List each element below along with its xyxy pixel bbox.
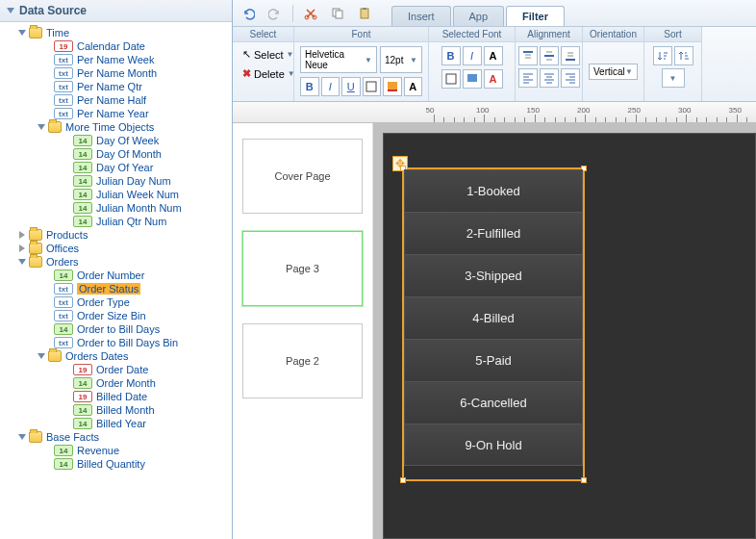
tree-item-label: Julian Qtr Num xyxy=(96,216,166,227)
tree-item[interactable]: 14Revenue xyxy=(0,444,232,457)
tree-item[interactable]: 14Order to Bill Days xyxy=(0,322,232,336)
resize-handle-se[interactable] xyxy=(581,477,587,483)
tree-item[interactable]: 14Order Month xyxy=(0,376,232,390)
sel-border-button[interactable] xyxy=(441,69,461,89)
underline-button[interactable]: U xyxy=(341,77,361,96)
tab-insert[interactable]: Insert xyxy=(391,6,451,26)
tree-item-label: Day Of Week xyxy=(96,135,159,146)
tree-item[interactable]: txtPer Name Qtr xyxy=(0,80,232,93)
tree-item-label: Order Number xyxy=(77,270,144,281)
design-canvas[interactable]: 1-Booked2-Fulfilled3-Shipped4-Billed5-Pa… xyxy=(373,123,756,539)
resize-handle-sw[interactable] xyxy=(400,477,406,483)
sel-font-color-button[interactable]: A xyxy=(484,46,503,65)
folder-icon xyxy=(48,350,62,362)
filter-value-item[interactable]: 6-Cancelled xyxy=(404,381,583,424)
tree-folder[interactable]: More Time Objects xyxy=(0,120,232,134)
filter-list[interactable]: 1-Booked2-Fulfilled3-Shipped4-Billed5-Pa… xyxy=(404,169,583,466)
tree-item[interactable]: 14Billed Quantity xyxy=(0,457,232,471)
cut-button[interactable] xyxy=(301,4,320,23)
tree-folder[interactable]: Offices xyxy=(0,242,232,255)
filter-value-item[interactable]: 9-On Hold xyxy=(404,424,583,466)
tree-item[interactable]: txtPer Name Year xyxy=(0,107,232,120)
svg-rect-6 xyxy=(366,82,376,91)
italic-button[interactable]: I xyxy=(321,77,340,96)
align-center-button[interactable] xyxy=(540,68,559,88)
txt-badge-icon: txt xyxy=(54,94,73,106)
tree-item[interactable]: txtPer Name Week xyxy=(0,53,232,66)
page-thumbnail[interactable]: Cover Page xyxy=(242,139,363,214)
align-middle-button[interactable] xyxy=(540,46,559,65)
tree-folder-label: More Time Objects xyxy=(65,121,154,133)
delete-button[interactable]: ✖Delete▼ xyxy=(239,65,288,82)
tree-item[interactable]: 14Julian Week Num xyxy=(0,188,232,201)
tree-item[interactable]: 14Order Number xyxy=(0,269,232,282)
page-thumbnail[interactable]: Page 2 xyxy=(242,323,363,398)
bold-button[interactable]: B xyxy=(300,77,319,96)
tree-item[interactable]: 19Order Date xyxy=(0,363,232,376)
tree-item[interactable]: txtOrder Size Bin xyxy=(0,309,232,322)
sort-asc-button[interactable] xyxy=(653,46,672,65)
tree-item[interactable]: 14Julian Month Num xyxy=(0,201,232,215)
num-badge-icon: 14 xyxy=(54,323,73,335)
num-badge-icon: 14 xyxy=(73,418,92,429)
tree-folder[interactable]: Base Facts xyxy=(0,430,232,444)
tree-item[interactable]: txtPer Name Month xyxy=(0,66,232,80)
sel-fill-button[interactable] xyxy=(463,69,482,89)
txt-badge-icon: txt xyxy=(54,81,73,92)
undo-button[interactable] xyxy=(239,4,258,23)
tree-item[interactable]: 19Calendar Date xyxy=(0,39,232,53)
tree-item[interactable]: 14Billed Month xyxy=(0,403,232,417)
tree-item[interactable]: txtPer Name Half xyxy=(0,93,232,107)
fill-color-button[interactable] xyxy=(383,77,402,96)
tree-item-label: Order Date xyxy=(96,364,148,375)
filter-value-item[interactable]: 5-Paid xyxy=(404,339,583,381)
align-top-button[interactable] xyxy=(518,46,538,65)
tree-item[interactable]: 19Billed Date xyxy=(0,390,232,403)
sort-options-button[interactable]: ▼ xyxy=(662,68,685,88)
align-left-button[interactable] xyxy=(518,68,538,88)
sidebar-header[interactable]: Data Source xyxy=(0,0,232,22)
font-family-combo[interactable]: Helvetica Neue▼ xyxy=(300,46,377,73)
tree-item[interactable]: 14Day Of Year xyxy=(0,161,232,174)
tree-folder[interactable]: Time xyxy=(0,26,232,39)
sel-bold-button[interactable]: B xyxy=(441,46,461,65)
page-thumbnail[interactable]: Page 3 xyxy=(242,231,363,306)
tree-folder[interactable]: Products xyxy=(0,228,232,242)
tree-item[interactable]: txtOrder Type xyxy=(0,295,232,309)
copy-button[interactable] xyxy=(328,4,347,23)
tree-item[interactable]: 14Day Of Week xyxy=(0,134,232,147)
tree-item-label: Revenue xyxy=(77,445,119,456)
tab-filter[interactable]: Filter xyxy=(506,6,565,26)
orientation-combo[interactable]: Vertical▼ xyxy=(589,64,638,80)
align-bottom-button[interactable] xyxy=(561,46,580,65)
tree-item-label: Julian Week Num xyxy=(96,189,179,200)
sidebar-title: Data Source xyxy=(19,4,87,17)
tree-folder[interactable]: Orders Dates xyxy=(0,349,232,363)
align-right-button[interactable] xyxy=(561,68,580,88)
canvas-area: Cover PagePage 3Page 2 1-Booked2-Fulfill… xyxy=(233,123,756,539)
svg-rect-3 xyxy=(336,11,342,18)
tree-item[interactable]: 14Day Of Month xyxy=(0,147,232,161)
font-size-combo[interactable]: 12pt▼ xyxy=(380,46,422,73)
tree-item[interactable]: 14Billed Year xyxy=(0,417,232,430)
font-color-button[interactable]: A xyxy=(404,77,423,96)
tree-folder[interactable]: Orders xyxy=(0,255,232,269)
tree-item[interactable]: txtOrder Status xyxy=(0,282,232,295)
filter-value-item[interactable]: 3-Shipped xyxy=(404,254,583,296)
paste-button[interactable] xyxy=(355,4,374,23)
border-button[interactable] xyxy=(363,77,382,96)
sel-style-button[interactable]: A xyxy=(484,69,503,89)
filter-value-item[interactable]: 1-Booked xyxy=(404,169,583,212)
svg-rect-8 xyxy=(388,90,397,91)
tree-item[interactable]: txtOrder to Bill Days Bin xyxy=(0,336,232,349)
filter-value-item[interactable]: 2-Fulfilled xyxy=(404,212,583,254)
filter-value-item[interactable]: 4-Billed xyxy=(404,296,583,339)
tab-app[interactable]: App xyxy=(453,6,505,26)
sort-desc-button[interactable] xyxy=(674,46,693,65)
select-button[interactable]: ↖Select▼ xyxy=(239,46,288,63)
redo-button[interactable] xyxy=(265,4,285,23)
ribbon-tabs: Insert App Filter xyxy=(391,0,567,26)
sel-italic-button[interactable]: I xyxy=(463,46,482,65)
tree-item[interactable]: 14Julian Qtr Num xyxy=(0,215,232,228)
tree-item[interactable]: 14Julian Day Num xyxy=(0,174,232,188)
